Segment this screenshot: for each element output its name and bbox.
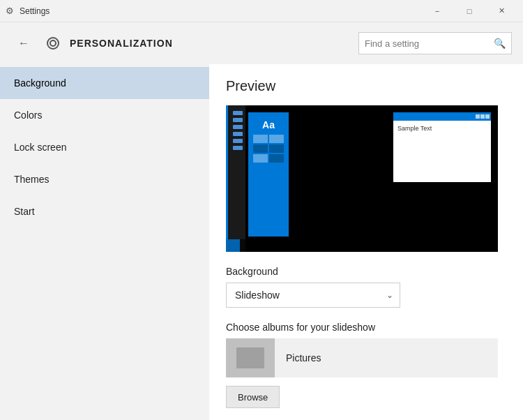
preview-accent-bar <box>226 105 228 252</box>
tile-cell-1 <box>253 135 268 143</box>
background-dropdown[interactable]: Picture Solid color Slideshow <box>226 283 400 308</box>
personalization-icon <box>45 35 61 52</box>
album-thumbnail <box>226 338 275 377</box>
title-bar-controls: − □ ✕ <box>421 0 517 22</box>
preview-window-dot1 <box>476 114 480 119</box>
tile-cell-5 <box>253 154 268 163</box>
header-left: ← PERSONALIZATION <box>11 31 173 56</box>
preview-window-dot2 <box>480 114 485 119</box>
search-input[interactable] <box>365 38 494 49</box>
content-area: Preview Aa <box>209 64 523 420</box>
header-row: ← PERSONALIZATION 🔍 <box>0 22 523 64</box>
sidebar-item-themes[interactable]: Themes <box>0 163 209 195</box>
content-title: Preview <box>226 78 506 94</box>
preview-sidebar-bar <box>226 105 245 252</box>
sidebar-label-themes: Themes <box>14 174 50 185</box>
back-button[interactable]: ← <box>11 31 36 56</box>
preview-sidebar-line2 <box>233 118 243 122</box>
sidebar-item-colors[interactable]: Colors <box>0 99 209 131</box>
album-name: Pictures <box>275 352 333 363</box>
title-bar: ⚙ Settings − □ ✕ <box>0 0 523 22</box>
choose-albums-label: Choose albums for your slideshow <box>226 322 506 333</box>
preview-aa-text: Aa <box>262 119 275 130</box>
preview-sidebar-line1 <box>233 111 243 115</box>
preview-sidebar-line4 <box>233 132 243 136</box>
sidebar-item-lock-screen[interactable]: Lock screen <box>0 131 209 163</box>
browse-button[interactable]: Browse <box>226 386 280 408</box>
preview-tiles-area: Aa <box>248 112 289 237</box>
album-thumb-image <box>236 347 264 368</box>
tile-cell-2 <box>269 135 284 143</box>
preview-window: Sample Text <box>393 112 491 182</box>
preview-box: Aa Sample Text <box>226 105 498 252</box>
album-item[interactable]: Pictures <box>226 338 498 377</box>
background-section-label: Background <box>226 266 506 277</box>
title-bar-title: Settings <box>20 6 50 16</box>
minimize-button[interactable]: − <box>421 0 453 22</box>
main-layout: Background Colors Lock screen Themes Sta… <box>0 64 523 420</box>
preview-taskbar <box>226 239 498 252</box>
search-icon: 🔍 <box>494 38 506 49</box>
preview-window-titlebar <box>393 112 491 121</box>
sidebar-label-background: Background <box>14 77 66 89</box>
header-title: PERSONALIZATION <box>70 38 173 49</box>
preview-sidebar-line6 <box>233 146 243 150</box>
tile-cell-3 <box>253 144 268 153</box>
close-button[interactable]: ✕ <box>485 0 517 22</box>
maximize-button[interactable]: □ <box>453 0 485 22</box>
sidebar-label-colors: Colors <box>14 110 42 121</box>
title-bar-icon: ⚙ <box>6 6 14 16</box>
preview-start-button <box>226 239 240 252</box>
preview-window-dot3 <box>485 114 490 119</box>
preview-sidebar-line3 <box>233 125 243 129</box>
sidebar-label-lock-screen: Lock screen <box>14 142 66 153</box>
search-box: 🔍 <box>358 32 512 54</box>
preview-sample-text: Sample Text <box>397 125 432 132</box>
sidebar-item-start[interactable]: Start <box>0 195 209 227</box>
preview-tile-grid <box>253 135 284 163</box>
preview-sidebar-line5 <box>233 139 243 143</box>
background-dropdown-wrapper: Picture Solid color Slideshow ⌄ <box>226 283 400 308</box>
sidebar-label-start: Start <box>14 206 35 217</box>
sidebar-item-background[interactable]: Background <box>0 67 209 99</box>
sidebar: Background Colors Lock screen Themes Sta… <box>0 64 209 420</box>
tile-cell-4 <box>269 144 284 153</box>
title-bar-left: ⚙ Settings <box>6 6 50 16</box>
preview-window-body: Sample Text <box>393 121 491 136</box>
tile-cell-6 <box>269 154 284 163</box>
